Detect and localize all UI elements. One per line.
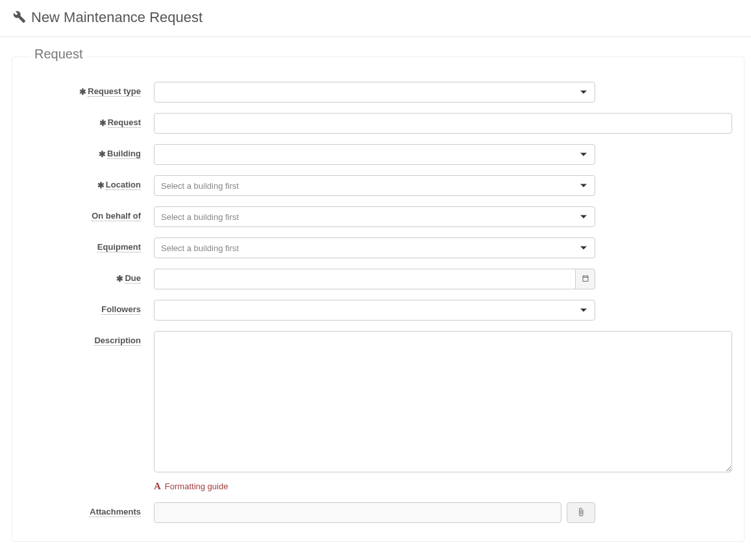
chevron-down-icon: [580, 215, 587, 219]
calendar-icon: [582, 274, 589, 284]
label-due: ✱Due: [24, 269, 154, 283]
description-textarea[interactable]: [154, 331, 732, 472]
request-fieldset: Request ✱Request type ✱Request: [12, 56, 745, 542]
attachments-input[interactable]: [154, 502, 561, 523]
chevron-down-icon: [580, 309, 587, 312]
request-input[interactable]: [154, 113, 732, 134]
label-equipment: Equipment: [24, 237, 154, 252]
on-behalf-of-select[interactable]: Select a building first: [154, 206, 595, 227]
chevron-down-icon: [580, 247, 587, 250]
chevron-down-icon: [580, 184, 587, 188]
chevron-down-icon: [580, 91, 587, 94]
label-building: ✱Building: [24, 144, 154, 158]
required-star-icon: ✱: [99, 149, 106, 159]
required-star-icon: ✱: [97, 180, 105, 190]
label-on-behalf-of: On behalf of: [24, 206, 154, 221]
label-location: ✱Location: [24, 175, 154, 189]
font-icon: A: [154, 481, 161, 492]
calendar-button[interactable]: [576, 269, 595, 289]
formatting-guide-link[interactable]: A Formatting guide: [154, 481, 228, 492]
label-description: Description: [24, 331, 154, 345]
required-star-icon: ✱: [79, 87, 86, 97]
page-title: New Maintenance Request: [31, 9, 203, 26]
due-date-input[interactable]: [154, 269, 576, 289]
fieldset-legend: Request: [31, 47, 87, 62]
label-attachments: Attachments: [24, 502, 154, 517]
wrench-icon: [13, 10, 26, 25]
label-request-type: ✱Request type: [24, 82, 154, 96]
label-request: ✱Request: [24, 113, 154, 127]
label-followers: Followers: [24, 300, 154, 314]
equipment-select[interactable]: Select a building first: [154, 237, 595, 258]
attachment-button[interactable]: [567, 502, 595, 523]
location-select[interactable]: Select a building first: [154, 175, 595, 196]
required-star-icon: ✱: [116, 274, 123, 284]
building-select[interactable]: [154, 144, 595, 165]
request-type-select[interactable]: [154, 82, 595, 103]
paperclip-icon: [576, 507, 585, 518]
required-star-icon: ✱: [99, 118, 106, 128]
page-header: New Maintenance Request: [0, 0, 751, 37]
followers-select[interactable]: [154, 300, 595, 321]
chevron-down-icon: [580, 153, 587, 156]
